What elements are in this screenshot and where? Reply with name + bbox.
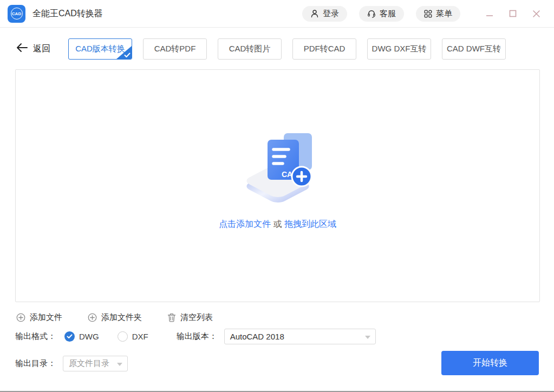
back-arrow-icon xyxy=(16,43,28,55)
add-folder-button[interactable]: 添加文件夹 xyxy=(88,312,142,323)
menu-button[interactable]: 菜单 xyxy=(416,6,460,22)
start-convert-label: 开始转换 xyxy=(473,357,507,369)
radio-dxf-label: DXF xyxy=(132,332,148,341)
window-controls xyxy=(474,5,544,22)
tab-cad-version-convert[interactable]: CAD版本转换 xyxy=(68,38,132,60)
tab-label: DWG DXF互转 xyxy=(372,44,427,54)
tab-label: PDF转CAD xyxy=(304,44,346,54)
close-button[interactable] xyxy=(528,5,544,22)
radio-dwg[interactable]: DWG xyxy=(64,331,99,342)
output-format-label: 输出格式： xyxy=(15,331,56,342)
output-format-row: 输出格式： DWG DXF 输出版本： AutoCAD 2018 xyxy=(15,328,376,344)
login-label: 登录 xyxy=(323,9,339,19)
menu-grid-icon xyxy=(424,10,432,18)
radio-dwg-label: DWG xyxy=(79,332,99,341)
tab-label: CAD转PDF xyxy=(154,44,196,54)
drag-area-text: 拖拽到此区域 xyxy=(284,219,336,228)
check-icon xyxy=(124,53,131,58)
back-label: 返回 xyxy=(33,43,50,55)
app-logo: CAD xyxy=(8,5,25,23)
support-button[interactable]: 客服 xyxy=(359,6,404,22)
support-label: 客服 xyxy=(380,9,396,19)
tab-cad-dwf-convert[interactable]: CAD DWF互转 xyxy=(442,38,506,60)
chevron-down-icon xyxy=(365,336,370,339)
back-button[interactable]: 返回 xyxy=(16,43,50,55)
chevron-down-icon xyxy=(117,363,122,366)
add-circle-icon xyxy=(16,313,25,322)
output-version-select[interactable]: AutoCAD 2018 xyxy=(224,329,376,344)
radio-dxf[interactable]: DXF xyxy=(118,331,148,342)
add-circle-icon xyxy=(88,313,97,322)
output-version-label: 输出版本： xyxy=(177,331,217,342)
app-logo-text: CAD xyxy=(11,8,23,19)
drop-hint: 点击添加文件 或 拖拽到此区域 xyxy=(219,219,336,230)
add-cad-file-illustration: CAD xyxy=(237,129,318,205)
output-dir-value: 原文件目录 xyxy=(69,358,109,369)
clear-list-label: 清空列表 xyxy=(180,312,213,323)
start-convert-button[interactable]: 开始转换 xyxy=(441,351,539,375)
tab-cad-to-pdf[interactable]: CAD转PDF xyxy=(143,38,207,60)
output-dir-label: 输出目录： xyxy=(15,358,56,369)
hint-or-text: 或 xyxy=(273,219,282,228)
headset-icon xyxy=(367,9,376,18)
add-file-label: 添加文件 xyxy=(30,312,62,323)
output-dir-select[interactable]: 原文件目录 xyxy=(63,356,128,371)
output-version-value: AutoCAD 2018 xyxy=(230,332,284,341)
minimize-button[interactable] xyxy=(481,5,498,22)
tab-pdf-to-cad[interactable]: PDF转CAD xyxy=(292,38,356,60)
tab-cad-to-image[interactable]: CAD转图片 xyxy=(218,38,282,60)
clear-list-button[interactable]: 清空列表 xyxy=(167,312,213,323)
maximize-button[interactable] xyxy=(505,5,521,22)
menu-label: 菜单 xyxy=(436,9,452,19)
radio-checked-icon xyxy=(64,331,75,342)
file-actions: 添加文件 添加文件夹 清空列表 xyxy=(16,310,213,324)
add-files-link[interactable]: 点击添加文件 xyxy=(219,219,271,228)
tab-bar: 返回 CAD版本转换 CAD转PDF CAD转图片 PDF转CAD DWG DX… xyxy=(16,38,539,60)
title-bar: CAD 全能王CAD转换器 登录 客服 菜单 xyxy=(0,0,554,28)
user-icon xyxy=(310,9,319,18)
app-window: CAD 全能王CAD转换器 登录 客服 菜单 xyxy=(0,0,554,392)
tab-label: CAD DWF互转 xyxy=(447,44,501,54)
add-file-button[interactable]: 添加文件 xyxy=(16,312,62,323)
login-button[interactable]: 登录 xyxy=(302,6,347,22)
app-title: 全能王CAD转换器 xyxy=(32,8,103,19)
output-dir-row: 输出目录： 原文件目录 xyxy=(15,356,128,371)
format-radio-group: DWG DXF xyxy=(64,331,148,342)
trash-icon xyxy=(167,313,176,322)
tab-dwg-dxf-convert[interactable]: DWG DXF互转 xyxy=(367,38,431,60)
tab-label: CAD转图片 xyxy=(229,44,271,54)
file-drop-zone[interactable]: CAD 点击添加文件 或 拖拽到此区域 xyxy=(15,69,540,302)
radio-unchecked-icon xyxy=(118,331,128,342)
add-folder-label: 添加文件夹 xyxy=(101,312,142,323)
